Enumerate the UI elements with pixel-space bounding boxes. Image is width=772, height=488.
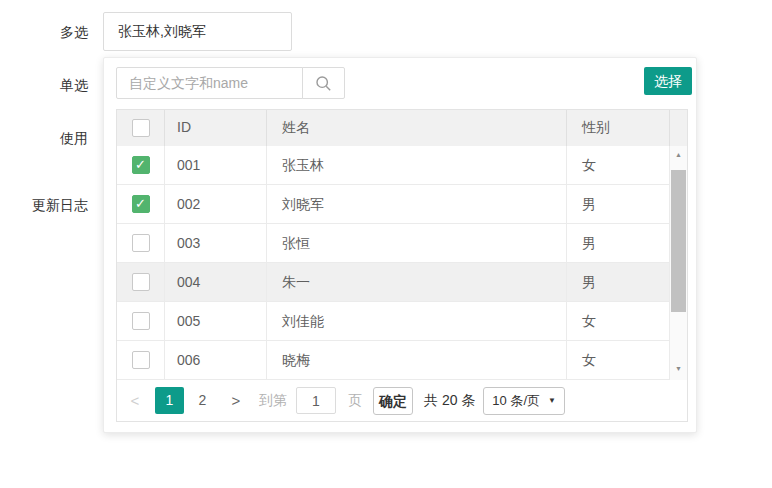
total-count: 共 20 条: [424, 392, 475, 410]
page-size-select[interactable]: 10 条/页 ▼: [483, 387, 565, 415]
table-body: 001 张玉林 女 002 刘晓军 男 003 张恒 男 004 朱一 男: [117, 146, 687, 380]
cell-gender: 男: [567, 263, 670, 301]
table-header: ID 姓名 性别: [117, 110, 687, 146]
header-scroll-spacer: [670, 110, 687, 146]
select-dropdown-panel: 选择 ID 姓名 性别 001 张玉林 女 002 刘晓军 男: [103, 57, 697, 433]
cell-id: 001: [165, 146, 267, 184]
next-page-icon[interactable]: >: [229, 392, 243, 409]
table-row[interactable]: 003 张恒 男: [117, 224, 670, 263]
confirm-button[interactable]: 确定: [373, 387, 413, 415]
scrollbar-thumb[interactable]: [671, 170, 686, 312]
page-button-1[interactable]: 1: [155, 387, 184, 414]
goto-page-prefix: 到第: [259, 392, 287, 410]
row-checkbox[interactable]: [132, 156, 150, 174]
cell-name: 晓梅: [267, 341, 567, 379]
table-row[interactable]: 004 朱一 男: [117, 263, 670, 302]
header-checkbox-cell: [117, 110, 165, 146]
single-select-label: 单选: [0, 75, 88, 95]
dropdown-caret-icon: ▼: [548, 396, 556, 405]
page-button-2[interactable]: 2: [188, 387, 217, 414]
cell-gender: 女: [567, 341, 670, 379]
search-icon: [315, 75, 332, 92]
table-container: ID 姓名 性别 001 张玉林 女 002 刘晓军 男 003 张恒: [116, 109, 688, 422]
table-row[interactable]: 005 刘佳能 女: [117, 302, 670, 341]
table-row[interactable]: 001 张玉林 女: [117, 146, 670, 185]
header-name: 姓名: [267, 110, 567, 146]
vertical-scrollbar[interactable]: ▲ ▼: [670, 146, 687, 380]
search-button[interactable]: [302, 67, 345, 99]
row-checkbox[interactable]: [132, 195, 150, 213]
pagination-bar: < 1 2 > 到第 页 确定 共 20 条 10 条/页 ▼: [117, 380, 687, 421]
cell-id: 003: [165, 224, 267, 262]
row-checkbox[interactable]: [132, 312, 150, 330]
multi-select-input[interactable]: [103, 12, 292, 51]
cell-id: 006: [165, 341, 267, 379]
cell-gender: 女: [567, 146, 670, 184]
cell-name: 张玉林: [267, 146, 567, 184]
prev-page-icon[interactable]: <: [128, 392, 142, 409]
goto-page-suffix: 页: [348, 392, 362, 410]
partially-visible-element: [62, 479, 112, 488]
select-button[interactable]: 选择: [644, 67, 692, 95]
search-input[interactable]: [116, 67, 303, 99]
row-checkbox[interactable]: [132, 234, 150, 252]
row-checkbox[interactable]: [132, 273, 150, 291]
changelog-label: 更新日志: [0, 195, 88, 215]
row-checkbox[interactable]: [132, 351, 150, 369]
cell-id: 002: [165, 185, 267, 223]
cell-name: 刘晓军: [267, 185, 567, 223]
cell-id: 005: [165, 302, 267, 340]
header-gender: 性别: [567, 110, 670, 146]
header-id: ID: [165, 110, 267, 146]
cell-id: 004: [165, 263, 267, 301]
cell-name: 朱一: [267, 263, 567, 301]
cell-name: 张恒: [267, 224, 567, 262]
select-all-checkbox[interactable]: [132, 119, 150, 137]
cell-gender: 男: [567, 224, 670, 262]
table-row[interactable]: 002 刘晓军 男: [117, 185, 670, 224]
cell-name: 刘佳能: [267, 302, 567, 340]
usage-label: 使用: [0, 128, 88, 148]
table-row[interactable]: 006 晓梅 女: [117, 341, 670, 380]
cell-gender: 女: [567, 302, 670, 340]
cell-gender: 男: [567, 185, 670, 223]
goto-page-input[interactable]: [296, 387, 336, 414]
multi-select-label: 多选: [0, 22, 88, 42]
scroll-up-icon[interactable]: ▲: [670, 147, 687, 163]
scroll-down-icon[interactable]: ▼: [670, 361, 687, 377]
page-size-value: 10 条/页: [492, 392, 540, 410]
